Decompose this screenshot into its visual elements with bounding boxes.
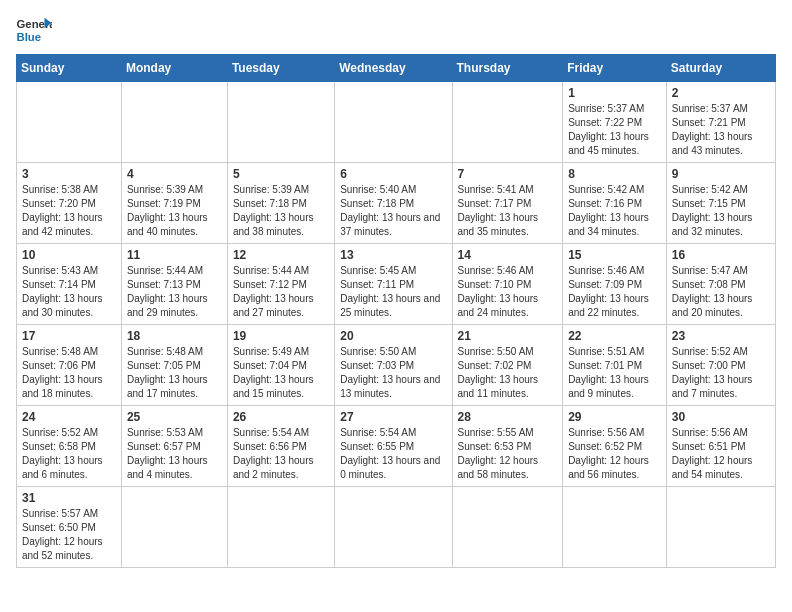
day-number: 2 [672, 86, 770, 100]
day-number: 19 [233, 329, 329, 343]
day-number: 17 [22, 329, 116, 343]
col-header-sunday: Sunday [17, 55, 122, 82]
calendar-cell: 1Sunrise: 5:37 AM Sunset: 7:22 PM Daylig… [563, 82, 667, 163]
day-info: Sunrise: 5:48 AM Sunset: 7:05 PM Dayligh… [127, 345, 222, 401]
calendar-cell [335, 487, 452, 568]
calendar-cell: 9Sunrise: 5:42 AM Sunset: 7:15 PM Daylig… [666, 163, 775, 244]
day-number: 22 [568, 329, 661, 343]
calendar-cell: 6Sunrise: 5:40 AM Sunset: 7:18 PM Daylig… [335, 163, 452, 244]
col-header-saturday: Saturday [666, 55, 775, 82]
col-header-wednesday: Wednesday [335, 55, 452, 82]
col-header-friday: Friday [563, 55, 667, 82]
calendar-cell: 5Sunrise: 5:39 AM Sunset: 7:18 PM Daylig… [227, 163, 334, 244]
calendar-cell: 7Sunrise: 5:41 AM Sunset: 7:17 PM Daylig… [452, 163, 563, 244]
day-number: 21 [458, 329, 558, 343]
day-info: Sunrise: 5:42 AM Sunset: 7:15 PM Dayligh… [672, 183, 770, 239]
day-number: 25 [127, 410, 222, 424]
day-info: Sunrise: 5:56 AM Sunset: 6:51 PM Dayligh… [672, 426, 770, 482]
generalblue-logo-icon: GeneralBlue [16, 16, 52, 44]
day-number: 6 [340, 167, 446, 181]
day-info: Sunrise: 5:50 AM Sunset: 7:02 PM Dayligh… [458, 345, 558, 401]
calendar-cell [335, 82, 452, 163]
calendar-cell: 16Sunrise: 5:47 AM Sunset: 7:08 PM Dayli… [666, 244, 775, 325]
day-info: Sunrise: 5:46 AM Sunset: 7:09 PM Dayligh… [568, 264, 661, 320]
day-number: 15 [568, 248, 661, 262]
calendar-cell: 27Sunrise: 5:54 AM Sunset: 6:55 PM Dayli… [335, 406, 452, 487]
calendar-cell [452, 82, 563, 163]
day-info: Sunrise: 5:47 AM Sunset: 7:08 PM Dayligh… [672, 264, 770, 320]
day-info: Sunrise: 5:46 AM Sunset: 7:10 PM Dayligh… [458, 264, 558, 320]
calendar-cell [452, 487, 563, 568]
svg-text:Blue: Blue [17, 31, 42, 43]
day-number: 20 [340, 329, 446, 343]
logo: GeneralBlue [16, 16, 52, 44]
calendar-cell: 23Sunrise: 5:52 AM Sunset: 7:00 PM Dayli… [666, 325, 775, 406]
day-info: Sunrise: 5:55 AM Sunset: 6:53 PM Dayligh… [458, 426, 558, 482]
calendar-cell: 14Sunrise: 5:46 AM Sunset: 7:10 PM Dayli… [452, 244, 563, 325]
calendar-cell: 24Sunrise: 5:52 AM Sunset: 6:58 PM Dayli… [17, 406, 122, 487]
calendar-cell: 26Sunrise: 5:54 AM Sunset: 6:56 PM Dayli… [227, 406, 334, 487]
calendar-week-row: 24Sunrise: 5:52 AM Sunset: 6:58 PM Dayli… [17, 406, 776, 487]
calendar-cell [121, 487, 227, 568]
calendar-cell: 25Sunrise: 5:53 AM Sunset: 6:57 PM Dayli… [121, 406, 227, 487]
day-number: 1 [568, 86, 661, 100]
day-number: 5 [233, 167, 329, 181]
day-info: Sunrise: 5:54 AM Sunset: 6:56 PM Dayligh… [233, 426, 329, 482]
day-number: 10 [22, 248, 116, 262]
header: GeneralBlue [16, 16, 776, 44]
col-header-monday: Monday [121, 55, 227, 82]
day-number: 23 [672, 329, 770, 343]
calendar-cell: 21Sunrise: 5:50 AM Sunset: 7:02 PM Dayli… [452, 325, 563, 406]
day-number: 30 [672, 410, 770, 424]
day-info: Sunrise: 5:51 AM Sunset: 7:01 PM Dayligh… [568, 345, 661, 401]
day-info: Sunrise: 5:50 AM Sunset: 7:03 PM Dayligh… [340, 345, 446, 401]
calendar-cell: 28Sunrise: 5:55 AM Sunset: 6:53 PM Dayli… [452, 406, 563, 487]
calendar-cell: 15Sunrise: 5:46 AM Sunset: 7:09 PM Dayli… [563, 244, 667, 325]
calendar-cell: 12Sunrise: 5:44 AM Sunset: 7:12 PM Dayli… [227, 244, 334, 325]
day-info: Sunrise: 5:39 AM Sunset: 7:18 PM Dayligh… [233, 183, 329, 239]
day-info: Sunrise: 5:45 AM Sunset: 7:11 PM Dayligh… [340, 264, 446, 320]
day-info: Sunrise: 5:44 AM Sunset: 7:13 PM Dayligh… [127, 264, 222, 320]
day-number: 24 [22, 410, 116, 424]
day-info: Sunrise: 5:52 AM Sunset: 7:00 PM Dayligh… [672, 345, 770, 401]
day-number: 11 [127, 248, 222, 262]
calendar-cell: 2Sunrise: 5:37 AM Sunset: 7:21 PM Daylig… [666, 82, 775, 163]
day-number: 8 [568, 167, 661, 181]
day-info: Sunrise: 5:56 AM Sunset: 6:52 PM Dayligh… [568, 426, 661, 482]
day-number: 27 [340, 410, 446, 424]
calendar-cell: 8Sunrise: 5:42 AM Sunset: 7:16 PM Daylig… [563, 163, 667, 244]
day-info: Sunrise: 5:39 AM Sunset: 7:19 PM Dayligh… [127, 183, 222, 239]
day-number: 3 [22, 167, 116, 181]
day-info: Sunrise: 5:43 AM Sunset: 7:14 PM Dayligh… [22, 264, 116, 320]
calendar-cell: 11Sunrise: 5:44 AM Sunset: 7:13 PM Dayli… [121, 244, 227, 325]
day-info: Sunrise: 5:37 AM Sunset: 7:22 PM Dayligh… [568, 102, 661, 158]
day-number: 31 [22, 491, 116, 505]
calendar-cell: 10Sunrise: 5:43 AM Sunset: 7:14 PM Dayli… [17, 244, 122, 325]
calendar-week-row: 10Sunrise: 5:43 AM Sunset: 7:14 PM Dayli… [17, 244, 776, 325]
day-number: 4 [127, 167, 222, 181]
calendar-cell: 18Sunrise: 5:48 AM Sunset: 7:05 PM Dayli… [121, 325, 227, 406]
calendar-header-row: SundayMondayTuesdayWednesdayThursdayFrid… [17, 55, 776, 82]
calendar-cell: 3Sunrise: 5:38 AM Sunset: 7:20 PM Daylig… [17, 163, 122, 244]
calendar-week-row: 3Sunrise: 5:38 AM Sunset: 7:20 PM Daylig… [17, 163, 776, 244]
day-info: Sunrise: 5:52 AM Sunset: 6:58 PM Dayligh… [22, 426, 116, 482]
day-info: Sunrise: 5:57 AM Sunset: 6:50 PM Dayligh… [22, 507, 116, 563]
calendar-cell [227, 82, 334, 163]
calendar-cell: 30Sunrise: 5:56 AM Sunset: 6:51 PM Dayli… [666, 406, 775, 487]
calendar-cell: 22Sunrise: 5:51 AM Sunset: 7:01 PM Dayli… [563, 325, 667, 406]
calendar-cell: 4Sunrise: 5:39 AM Sunset: 7:19 PM Daylig… [121, 163, 227, 244]
day-info: Sunrise: 5:40 AM Sunset: 7:18 PM Dayligh… [340, 183, 446, 239]
calendar-cell [563, 487, 667, 568]
calendar-cell: 19Sunrise: 5:49 AM Sunset: 7:04 PM Dayli… [227, 325, 334, 406]
day-number: 7 [458, 167, 558, 181]
calendar-cell [666, 487, 775, 568]
calendar-cell: 20Sunrise: 5:50 AM Sunset: 7:03 PM Dayli… [335, 325, 452, 406]
calendar-table: SundayMondayTuesdayWednesdayThursdayFrid… [16, 54, 776, 568]
day-info: Sunrise: 5:42 AM Sunset: 7:16 PM Dayligh… [568, 183, 661, 239]
calendar-cell: 17Sunrise: 5:48 AM Sunset: 7:06 PM Dayli… [17, 325, 122, 406]
day-number: 26 [233, 410, 329, 424]
calendar-week-row: 31Sunrise: 5:57 AM Sunset: 6:50 PM Dayli… [17, 487, 776, 568]
calendar-cell: 29Sunrise: 5:56 AM Sunset: 6:52 PM Dayli… [563, 406, 667, 487]
day-info: Sunrise: 5:48 AM Sunset: 7:06 PM Dayligh… [22, 345, 116, 401]
calendar-cell [227, 487, 334, 568]
